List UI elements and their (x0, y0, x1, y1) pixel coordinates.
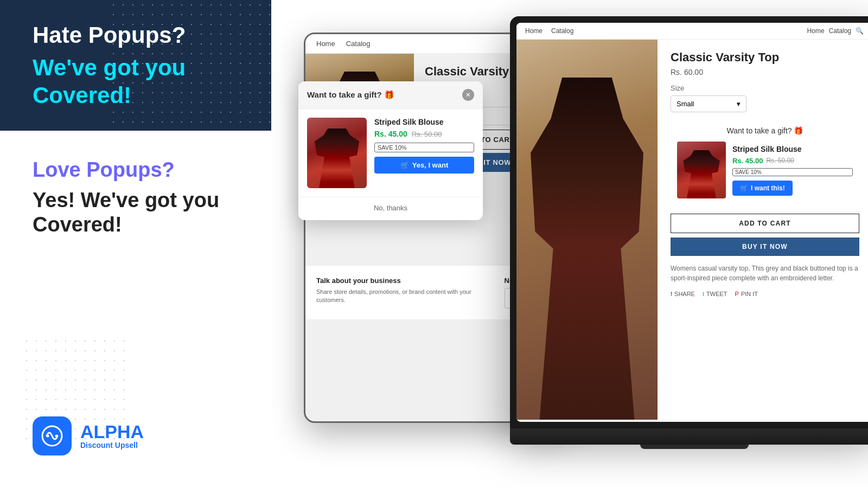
popup-original-price: Rs. 50.00 (412, 130, 442, 138)
laptop-upsell-title: Want to take a gift? 🎁 (677, 126, 853, 135)
left-panel: Hate Popups? We've got you Covered! Love… (0, 0, 271, 488)
tweet-label: TWEET (706, 291, 727, 297)
laptop-product-details: Classic Varsity Top Rs. 60.00 Size Small… (658, 40, 868, 420)
brand-tagline: Discount Upsell (80, 441, 144, 450)
laptop-cart-icon: 🛒 (740, 184, 748, 192)
laptop-nav-right: Home Catalog 🔍 (807, 27, 864, 35)
page-wrapper: Hate Popups? We've got you Covered! Love… (0, 0, 868, 488)
hate-headline: Hate Popups? (33, 22, 244, 49)
brand-logo-icon (40, 424, 64, 448)
laptop-social-share: f SHARE t TWEET P PIN IT (671, 291, 859, 297)
laptop-upsell-info: Striped Silk Blouse Rs. 45.00 Rs. 50.00 … (732, 145, 853, 196)
popup-no-thanks[interactable]: No, thanks (374, 204, 407, 212)
laptop-upsell-product: Striped Silk Blouse Rs. 45.00 Rs. 50.00 … (677, 142, 853, 198)
popup-close-btn[interactable]: ✕ (462, 89, 474, 101)
tablet-footer-col1-text: Share store details, promotions, or bran… (316, 288, 494, 305)
laptop-upsell-original-price: Rs. 50.00 (766, 157, 794, 164)
laptop-nav: Home Catalog Home Catalog 🔍 (516, 23, 868, 40)
love-headline: Love Popups? (33, 158, 239, 183)
tablet-nav-home: Home (316, 40, 335, 48)
laptop-nav-home: Home (525, 27, 542, 35)
laptop-content: Classic Varsity Top Rs. 60.00 Size Small… (516, 40, 868, 420)
laptop-nav-links: Home Catalog (525, 27, 573, 35)
laptop-nav-catalog: Catalog (551, 27, 573, 35)
pinterest-share-btn[interactable]: P PIN IT (735, 291, 758, 297)
tablet-footer-col1-title: Talk about your business (316, 277, 494, 285)
twitter-share-btn[interactable]: t TWEET (703, 291, 727, 297)
laptop-upsell-prices: Rs. 45.00 Rs. 50.00 (732, 157, 853, 165)
laptop-product-image (516, 40, 658, 420)
facebook-icon: f (671, 291, 672, 297)
laptop-size-select[interactable]: Small ▾ (671, 95, 746, 112)
laptop-buy-now-btn[interactable]: BUY IT NOW (671, 237, 859, 256)
popup-modal: Want to take a gift? 🎁 ✕ Striped Silk Bl… (298, 81, 483, 220)
cart-icon: 🛒 (400, 161, 409, 169)
laptop-nav-catalog2: Catalog (829, 27, 851, 35)
popup-yes-btn[interactable]: 🛒 Yes, I want (374, 157, 474, 174)
laptop-upsell-name: Striped Silk Blouse (732, 145, 853, 153)
facebook-share-btn[interactable]: f SHARE (671, 291, 695, 297)
brand-logo (33, 416, 72, 455)
laptop-search-icon[interactable]: 🔍 (856, 27, 864, 35)
laptop-description: Womens casual varsity top, This grey and… (671, 264, 859, 283)
laptop-add-cart-btn[interactable]: ADD TO CART (671, 214, 859, 233)
popup-footer: No, thanks (298, 197, 483, 220)
popup-price-row: Rs. 45.00 Rs. 50.00 (374, 130, 474, 138)
yes-headline: Yes! We've got you Covered! (33, 188, 239, 237)
pin-label: PIN IT (741, 291, 758, 297)
laptop-upsell-btn[interactable]: 🛒 I want this! (732, 181, 793, 196)
twitter-icon: t (703, 291, 704, 297)
tablet-nav-catalog: Catalog (346, 40, 371, 48)
popup-product-image (307, 118, 367, 188)
hero-banner: Hate Popups? We've got you Covered! (0, 0, 271, 131)
brand-section: ALPHA Discount Upsell (33, 416, 144, 455)
popup-product-info: Striped Silk Blouse Rs. 45.00 Rs. 50.00 … (374, 118, 474, 174)
laptop-upsell-box: Want to take a gift? 🎁 Striped Silk Blou… (671, 120, 859, 205)
laptop-size-label: Size (671, 84, 859, 92)
share-label: SHARE (674, 291, 695, 297)
brand-name-container: ALPHA Discount Upsell (80, 422, 144, 450)
laptop-product-title: Classic Varsity Top (671, 50, 859, 65)
popup-header: Want to take a gift? 🎁 ✕ (298, 81, 483, 109)
popup-title: Want to take a gift? 🎁 (307, 90, 394, 100)
laptop-base (510, 428, 868, 445)
laptop-upsell-sale-price: Rs. 45.00 (732, 157, 763, 165)
brand-alpha: ALPHA (80, 422, 144, 441)
popup-body: Striped Silk Blouse Rs. 45.00 Rs. 50.00 … (298, 109, 483, 197)
right-panel: Home Catalog Classic Varsity Top Rs. 60.… (271, 0, 868, 488)
laptop-product-price: Rs. 60.00 (671, 68, 859, 76)
pinterest-icon: P (735, 291, 739, 297)
laptop-mockup: Home Catalog Home Catalog 🔍 (510, 16, 868, 461)
love-section: Love Popups? Yes! We've got you Covered! (0, 131, 271, 254)
laptop-nav-home2: Home (807, 27, 825, 35)
svg-point-1 (47, 435, 49, 438)
popup-save-badge: SAVE 10% (374, 143, 474, 152)
popup-sale-price: Rs. 45.00 (374, 130, 407, 138)
laptop-upsell-badge: SAVE 10% (732, 168, 853, 176)
covered-headline: We've got you Covered! (33, 54, 244, 109)
laptop-screen-container: Home Catalog Home Catalog 🔍 (510, 16, 868, 428)
laptop-upsell-image (677, 142, 726, 198)
svg-point-2 (55, 435, 58, 438)
tablet-footer-col1: Talk about your business Share store det… (316, 277, 494, 309)
popup-product-name: Striped Silk Blouse (374, 118, 474, 126)
laptop-screen: Home Catalog Home Catalog 🔍 (516, 23, 868, 422)
